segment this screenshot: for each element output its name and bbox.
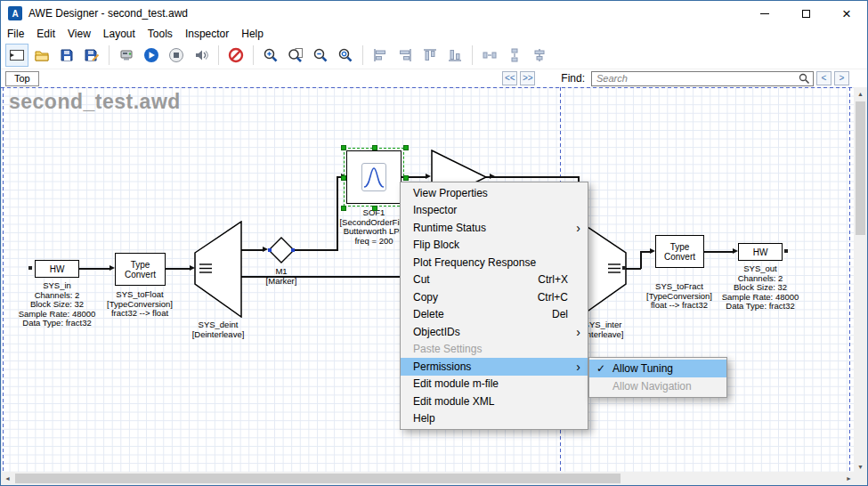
- block-sys-out[interactable]: HW: [738, 243, 783, 261]
- block-name: SYS_toFloat: [91, 290, 189, 300]
- wire-segment: [241, 249, 263, 251]
- block-sys-in[interactable]: HW: [35, 260, 79, 278]
- scroll-left-button[interactable]: ◄: [1, 472, 14, 485]
- navigate-forward-button[interactable]: >>: [520, 71, 535, 85]
- search-input[interactable]: [591, 71, 814, 86]
- block-sys-deint[interactable]: [194, 221, 242, 318]
- minimize-button[interactable]: [744, 1, 785, 26]
- open-button[interactable]: [30, 44, 53, 67]
- open-folder-icon: [34, 47, 50, 63]
- zoom-out-button[interactable]: [309, 44, 332, 67]
- block-sys-tofract[interactable]: Type Convert: [655, 235, 704, 268]
- menu-edit[interactable]: Edit: [30, 27, 61, 41]
- search-submit-button[interactable]: [799, 73, 812, 85]
- menu-item-inspector[interactable]: Inspector: [401, 202, 588, 220]
- distribute-vertical-button[interactable]: [503, 44, 526, 67]
- zoom-normal-button[interactable]: [284, 44, 307, 67]
- menu-item-copy[interactable]: CopyCtrl+C: [401, 288, 588, 306]
- halt-target-button[interactable]: [224, 44, 247, 67]
- menu-item-plot-frequency-response[interactable]: Plot Frequency Response: [401, 254, 588, 271]
- save-as-button[interactable]: [80, 44, 103, 67]
- wire-segment: [626, 268, 641, 270]
- horizontal-scroll-thumb[interactable]: [15, 474, 621, 483]
- menu-item-label: Allow Tuning: [612, 362, 673, 375]
- vertical-scroll-thumb[interactable]: [856, 101, 865, 235]
- scroll-up-button[interactable]: ▲: [854, 87, 867, 101]
- menu-item-help[interactable]: Help: [401, 410, 588, 428]
- design-canvas[interactable]: second_test.awd HW SYS_in Channels: 2 Bl…: [1, 87, 856, 474]
- menu-inspector[interactable]: Inspector: [179, 27, 235, 41]
- menu-layout[interactable]: Layout: [97, 27, 142, 41]
- menu-item-label: Flip Block: [413, 239, 459, 251]
- menu-item-edit-module-xml[interactable]: Edit module XML: [401, 393, 588, 410]
- menu-item-permissions[interactable]: Permissions: [401, 358, 588, 376]
- menu-help[interactable]: Help: [235, 27, 270, 41]
- menu-item-label: Allow Navigation: [612, 380, 692, 393]
- audio-io-config-button[interactable]: [190, 44, 213, 67]
- block-m1-marker[interactable]: [268, 237, 295, 263]
- block-name: SYS_in: [8, 281, 106, 291]
- selection-handle[interactable]: [341, 175, 346, 181]
- menu-item-delete[interactable]: DeleteDel: [401, 306, 588, 324]
- align-center-button[interactable]: [528, 44, 551, 67]
- selection-handle[interactable]: [341, 206, 346, 211]
- menu-view[interactable]: View: [61, 27, 97, 41]
- close-icon: [842, 6, 851, 21]
- menu-item-objectids[interactable]: ObjectIDs: [401, 323, 588, 341]
- close-button[interactable]: [826, 1, 867, 26]
- zoom-selection-button[interactable]: [334, 44, 357, 67]
- menu-file[interactable]: File: [1, 27, 30, 41]
- block-sof1[interactable]: [346, 150, 402, 204]
- block-sys-tofloat[interactable]: Type Convert: [115, 253, 166, 286]
- selection-handle[interactable]: [372, 145, 377, 150]
- find-previous-button[interactable]: <: [816, 71, 831, 85]
- submenu-item-allow-tuning[interactable]: Allow Tuning: [589, 360, 726, 377]
- build-and-run-button[interactable]: [140, 44, 163, 67]
- block-name: M1: [232, 267, 330, 277]
- save-icon: [59, 47, 75, 63]
- find-next-button[interactable]: >: [834, 71, 849, 85]
- tab-top[interactable]: Top: [5, 71, 39, 86]
- new-design-button[interactable]: [5, 44, 28, 67]
- propagate-changes-button[interactable]: [115, 44, 138, 67]
- zoom-in-button[interactable]: [259, 44, 282, 67]
- align-left-button[interactable]: [369, 44, 392, 67]
- menu-item-runtime-status[interactable]: Runtime Status: [401, 219, 588, 237]
- toolbar-separator: [218, 45, 219, 65]
- play-icon: [143, 47, 159, 63]
- menu-item-shortcut: Del: [552, 308, 568, 320]
- horizontal-scrollbar[interactable]: ◄ ►: [1, 472, 856, 485]
- selection-handle[interactable]: [403, 145, 409, 150]
- menu-item-cut[interactable]: CutCtrl+X: [401, 271, 588, 289]
- wire-segment: [704, 251, 733, 253]
- selection-handle[interactable]: [341, 145, 346, 150]
- block-detail: [Marker]: [232, 277, 330, 287]
- align-bottom-button[interactable]: [443, 44, 466, 67]
- distribute-horizontal-button[interactable]: [478, 44, 501, 67]
- block-detail: fract32 --> float: [91, 309, 189, 319]
- block-label-sys-out: SYS_out Channels: 2 Block Size: 32 Sampl…: [711, 264, 809, 312]
- menu-tools[interactable]: Tools: [142, 27, 179, 41]
- block-label-m1: M1 [Marker]: [232, 267, 330, 286]
- align-right-button[interactable]: [393, 44, 417, 67]
- align-right-icon: [397, 47, 413, 63]
- tab-bar: Top << >> Find: < >: [1, 69, 853, 87]
- selection-handle[interactable]: [403, 175, 409, 181]
- maximize-button[interactable]: [785, 1, 826, 26]
- align-top-button[interactable]: [418, 44, 442, 67]
- block-title: HW: [753, 247, 768, 257]
- vertical-scrollbar[interactable]: ▲ ▼: [854, 87, 867, 474]
- stop-audio-button[interactable]: [165, 44, 188, 67]
- find-area: << >> Find: < >: [502, 71, 853, 86]
- menu-item-flip-block[interactable]: Flip Block: [401, 237, 588, 255]
- save-button[interactable]: [55, 44, 78, 67]
- block-title: Type Convert: [662, 242, 698, 262]
- menu-item-edit-module-m-file[interactable]: Edit module m-file: [401, 376, 588, 393]
- block-detail: Data Type: fract32: [8, 319, 106, 328]
- menu-item-view-properties[interactable]: View Properties: [401, 184, 588, 202]
- output-pin: [622, 266, 626, 270]
- selection-handle[interactable]: [372, 206, 377, 211]
- navigate-back-button[interactable]: <<: [502, 71, 517, 85]
- block-title: HW: [50, 264, 65, 274]
- align-top-icon: [422, 47, 438, 63]
